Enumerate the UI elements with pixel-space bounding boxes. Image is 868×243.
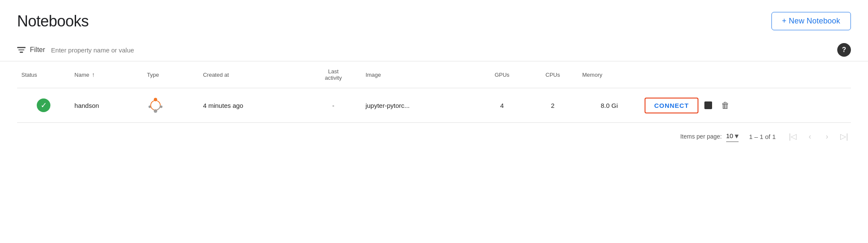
jupyter-logo [147, 97, 164, 114]
cpus-value: 2 [551, 102, 554, 109]
pagination-nav-buttons: |◁ ‹ › ▷| [786, 130, 851, 143]
sort-arrow-icon: ↑ [92, 71, 95, 78]
col-header-gpus: GPUs [476, 61, 528, 88]
page: Notebooks + New Notebook Filter ? Status [0, 0, 868, 243]
filter-bar: Filter ? [0, 39, 868, 61]
actions-group: CONNECT 🗑 [645, 98, 847, 113]
col-header-name: Name ↑ [70, 61, 143, 88]
stop-icon [704, 101, 712, 109]
prev-page-icon: ‹ [809, 132, 811, 141]
delete-button[interactable]: 🗑 [718, 98, 733, 113]
cell-gpus: 4 [476, 88, 528, 123]
table-header-row: Status Name ↑ Type Created at Lastactivi… [17, 61, 851, 88]
items-per-page-group: Items per page: 10 ▾ [680, 131, 739, 142]
created-at-value: 4 minutes ago [203, 102, 243, 109]
first-page-button[interactable]: |◁ [786, 130, 800, 143]
cell-created-at: 4 minutes ago [199, 88, 305, 123]
table-row: ✓ handson [17, 88, 851, 123]
col-header-image: Image [361, 61, 477, 88]
pagination-bar: Items per page: 10 ▾ 1 – 1 of 1 |◁ ‹ › ▷… [0, 123, 868, 150]
page-title: Notebooks [17, 12, 89, 30]
filter-label: Filter [30, 46, 45, 54]
notebook-name: handson [74, 102, 99, 109]
cell-cpus: 2 [528, 88, 578, 123]
prev-page-button[interactable]: ‹ [803, 130, 817, 143]
cell-actions: CONNECT 🗑 [640, 88, 851, 123]
page-info: 1 – 1 of 1 [749, 133, 776, 140]
col-header-cpus: CPUs [528, 61, 578, 88]
col-header-status: Status [17, 61, 70, 88]
last-page-button[interactable]: ▷| [837, 130, 851, 143]
items-per-page-label: Items per page: [680, 133, 721, 140]
dropdown-arrow-icon: ▾ [735, 131, 739, 141]
trash-icon: 🗑 [721, 101, 730, 110]
memory-value: 8.0 Gi [601, 102, 618, 109]
new-notebook-button[interactable]: + New Notebook [771, 12, 851, 30]
filter-icon-wrap: Filter [17, 46, 45, 54]
col-header-actions [640, 61, 851, 88]
cell-status: ✓ [17, 88, 70, 123]
notebooks-table: Status Name ↑ Type Created at Lastactivi… [17, 61, 851, 123]
items-per-page-value: 10 [726, 132, 733, 139]
last-page-icon: ▷| [840, 132, 848, 141]
table-container: Status Name ↑ Type Created at Lastactivi… [0, 61, 868, 123]
image-value: jupyter-pytorc... [366, 102, 410, 109]
next-page-icon: › [826, 132, 828, 141]
header: Notebooks + New Notebook [0, 0, 868, 39]
stop-button[interactable] [701, 98, 716, 113]
last-activity-value: - [332, 102, 334, 109]
status-running-icon: ✓ [37, 98, 50, 112]
col-header-type: Type [143, 61, 199, 88]
help-button[interactable]: ? [837, 43, 851, 57]
first-page-icon: |◁ [789, 132, 797, 141]
col-header-last-activity: Lastactivity [305, 61, 361, 88]
cell-name: handson [70, 88, 143, 123]
next-page-button[interactable]: › [820, 130, 834, 143]
col-header-memory: Memory [578, 61, 640, 88]
cell-type [143, 88, 199, 123]
connect-button[interactable]: CONNECT [645, 98, 698, 113]
col-header-created-at: Created at [199, 61, 305, 88]
filter-icon [17, 47, 26, 53]
items-per-page-select[interactable]: 10 ▾ [726, 131, 739, 142]
cell-memory: 8.0 Gi [578, 88, 640, 123]
gpus-value: 4 [500, 102, 504, 109]
cell-image: jupyter-pytorc... [361, 88, 477, 123]
filter-input[interactable] [51, 46, 831, 54]
cell-last-activity: - [305, 88, 361, 123]
